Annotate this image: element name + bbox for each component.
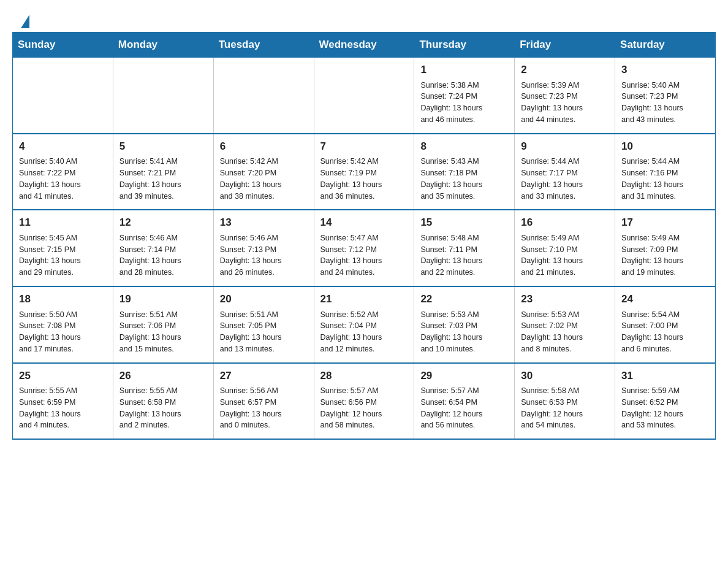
day-info: Sunrise: 5:47 AM Sunset: 7:12 PM Dayligh… [320,232,408,278]
day-info: Sunrise: 5:58 AM Sunset: 6:53 PM Dayligh… [521,385,609,431]
day-info: Sunrise: 5:57 AM Sunset: 6:56 PM Dayligh… [320,385,408,431]
weekday-header-saturday: Saturday [615,33,716,58]
calendar-cell: 20Sunrise: 5:51 AM Sunset: 7:05 PM Dayli… [213,286,314,363]
calendar-cell: 29Sunrise: 5:57 AM Sunset: 6:54 PM Dayli… [414,363,515,440]
calendar-cell: 15Sunrise: 5:48 AM Sunset: 7:11 PM Dayli… [414,210,515,286]
day-info: Sunrise: 5:57 AM Sunset: 6:54 PM Dayligh… [420,385,508,431]
day-number: 22 [420,292,508,307]
day-info: Sunrise: 5:45 AM Sunset: 7:15 PM Dayligh… [19,232,107,278]
logo-triangle-icon [21,15,29,28]
day-info: Sunrise: 5:42 AM Sunset: 7:19 PM Dayligh… [320,156,408,202]
calendar-cell: 26Sunrise: 5:55 AM Sunset: 6:58 PM Dayli… [113,363,213,440]
day-info: Sunrise: 5:39 AM Sunset: 7:23 PM Dayligh… [521,80,609,126]
day-number: 17 [621,215,709,231]
calendar-cell: 25Sunrise: 5:55 AM Sunset: 6:59 PM Dayli… [13,363,113,440]
calendar-week-row: 1Sunrise: 5:38 AM Sunset: 7:24 PM Daylig… [13,58,716,134]
calendar-cell: 12Sunrise: 5:46 AM Sunset: 7:14 PM Dayli… [113,210,213,286]
day-number: 1 [420,63,508,78]
day-info: Sunrise: 5:43 AM Sunset: 7:18 PM Dayligh… [420,156,508,202]
day-number: 6 [220,139,308,155]
day-info: Sunrise: 5:41 AM Sunset: 7:21 PM Dayligh… [119,156,207,202]
day-number: 19 [119,292,207,307]
day-info: Sunrise: 5:51 AM Sunset: 7:06 PM Dayligh… [119,309,207,355]
calendar-week-row: 18Sunrise: 5:50 AM Sunset: 7:08 PM Dayli… [13,286,716,363]
calendar-cell: 10Sunrise: 5:44 AM Sunset: 7:16 PM Dayli… [615,134,716,210]
calendar-cell: 2Sunrise: 5:39 AM Sunset: 7:23 PM Daylig… [515,58,615,134]
calendar-week-row: 11Sunrise: 5:45 AM Sunset: 7:15 PM Dayli… [13,210,716,286]
day-info: Sunrise: 5:46 AM Sunset: 7:14 PM Dayligh… [119,232,207,278]
day-info: Sunrise: 5:53 AM Sunset: 7:03 PM Dayligh… [420,309,508,355]
calendar-cell [113,58,213,134]
calendar-cell: 9Sunrise: 5:44 AM Sunset: 7:17 PM Daylig… [515,134,615,210]
calendar-cell: 19Sunrise: 5:51 AM Sunset: 7:06 PM Dayli… [113,286,213,363]
calendar-cell: 18Sunrise: 5:50 AM Sunset: 7:08 PM Dayli… [13,286,113,363]
calendar-table: SundayMondayTuesdayWednesdayThursdayFrid… [12,32,716,440]
calendar-week-row: 4Sunrise: 5:40 AM Sunset: 7:22 PM Daylig… [13,134,716,210]
calendar-week-row: 25Sunrise: 5:55 AM Sunset: 6:59 PM Dayli… [13,363,716,440]
day-number: 30 [521,369,609,384]
day-info: Sunrise: 5:48 AM Sunset: 7:11 PM Dayligh… [420,232,508,278]
calendar-cell: 5Sunrise: 5:41 AM Sunset: 7:21 PM Daylig… [113,134,213,210]
day-info: Sunrise: 5:49 AM Sunset: 7:09 PM Dayligh… [621,232,709,278]
day-info: Sunrise: 5:55 AM Sunset: 6:59 PM Dayligh… [19,385,107,431]
calendar-cell [314,58,414,134]
weekday-header-friday: Friday [515,33,615,58]
calendar-cell: 11Sunrise: 5:45 AM Sunset: 7:15 PM Dayli… [13,210,113,286]
day-number: 26 [119,369,207,384]
weekday-header-wednesday: Wednesday [314,33,414,58]
calendar-cell: 14Sunrise: 5:47 AM Sunset: 7:12 PM Dayli… [314,210,414,286]
calendar-cell: 21Sunrise: 5:52 AM Sunset: 7:04 PM Dayli… [314,286,414,363]
weekday-header-tuesday: Tuesday [213,33,314,58]
day-number: 27 [220,369,308,384]
day-number: 4 [19,139,107,155]
day-number: 18 [19,292,107,307]
day-number: 14 [320,215,408,231]
day-info: Sunrise: 5:51 AM Sunset: 7:05 PM Dayligh… [220,309,308,355]
day-number: 29 [420,369,508,384]
weekday-header-monday: Monday [113,33,213,58]
day-number: 12 [119,215,207,231]
calendar-wrap: SundayMondayTuesdayWednesdayThursdayFrid… [0,32,728,452]
calendar-cell: 6Sunrise: 5:42 AM Sunset: 7:20 PM Daylig… [213,134,314,210]
day-number: 28 [320,369,408,384]
calendar-cell: 13Sunrise: 5:46 AM Sunset: 7:13 PM Dayli… [213,210,314,286]
day-info: Sunrise: 5:46 AM Sunset: 7:13 PM Dayligh… [220,232,308,278]
page-header [0,0,728,32]
day-info: Sunrise: 5:40 AM Sunset: 7:22 PM Dayligh… [19,156,107,202]
day-info: Sunrise: 5:44 AM Sunset: 7:16 PM Dayligh… [621,156,709,202]
calendar-cell: 22Sunrise: 5:53 AM Sunset: 7:03 PM Dayli… [414,286,515,363]
day-info: Sunrise: 5:55 AM Sunset: 6:58 PM Dayligh… [119,385,207,431]
calendar-cell: 8Sunrise: 5:43 AM Sunset: 7:18 PM Daylig… [414,134,515,210]
calendar-cell: 1Sunrise: 5:38 AM Sunset: 7:24 PM Daylig… [414,58,515,134]
day-number: 10 [621,139,709,155]
day-info: Sunrise: 5:40 AM Sunset: 7:23 PM Dayligh… [621,80,709,126]
calendar-cell: 16Sunrise: 5:49 AM Sunset: 7:10 PM Dayli… [515,210,615,286]
logo [20,15,39,25]
calendar-cell: 31Sunrise: 5:59 AM Sunset: 6:52 PM Dayli… [615,363,716,440]
weekday-header-thursday: Thursday [414,33,515,58]
calendar-cell [13,58,113,134]
day-info: Sunrise: 5:54 AM Sunset: 7:00 PM Dayligh… [621,309,709,355]
day-number: 7 [320,139,408,155]
day-number: 21 [320,292,408,307]
calendar-cell: 24Sunrise: 5:54 AM Sunset: 7:00 PM Dayli… [615,286,716,363]
day-number: 2 [521,63,609,78]
day-number: 15 [420,215,508,231]
day-number: 3 [621,63,709,78]
calendar-cell: 28Sunrise: 5:57 AM Sunset: 6:56 PM Dayli… [314,363,414,440]
day-number: 11 [19,215,107,231]
calendar-cell: 17Sunrise: 5:49 AM Sunset: 7:09 PM Dayli… [615,210,716,286]
calendar-cell: 4Sunrise: 5:40 AM Sunset: 7:22 PM Daylig… [13,134,113,210]
day-info: Sunrise: 5:44 AM Sunset: 7:17 PM Dayligh… [521,156,609,202]
weekday-header-row: SundayMondayTuesdayWednesdayThursdayFrid… [13,33,716,58]
day-number: 25 [19,369,107,384]
calendar-cell: 23Sunrise: 5:53 AM Sunset: 7:02 PM Dayli… [515,286,615,363]
day-number: 13 [220,215,308,231]
day-number: 31 [621,369,709,384]
day-number: 5 [119,139,207,155]
day-info: Sunrise: 5:42 AM Sunset: 7:20 PM Dayligh… [220,156,308,202]
weekday-header-sunday: Sunday [13,33,113,58]
calendar-cell: 27Sunrise: 5:56 AM Sunset: 6:57 PM Dayli… [213,363,314,440]
day-info: Sunrise: 5:59 AM Sunset: 6:52 PM Dayligh… [621,385,709,431]
day-info: Sunrise: 5:53 AM Sunset: 7:02 PM Dayligh… [521,309,609,355]
